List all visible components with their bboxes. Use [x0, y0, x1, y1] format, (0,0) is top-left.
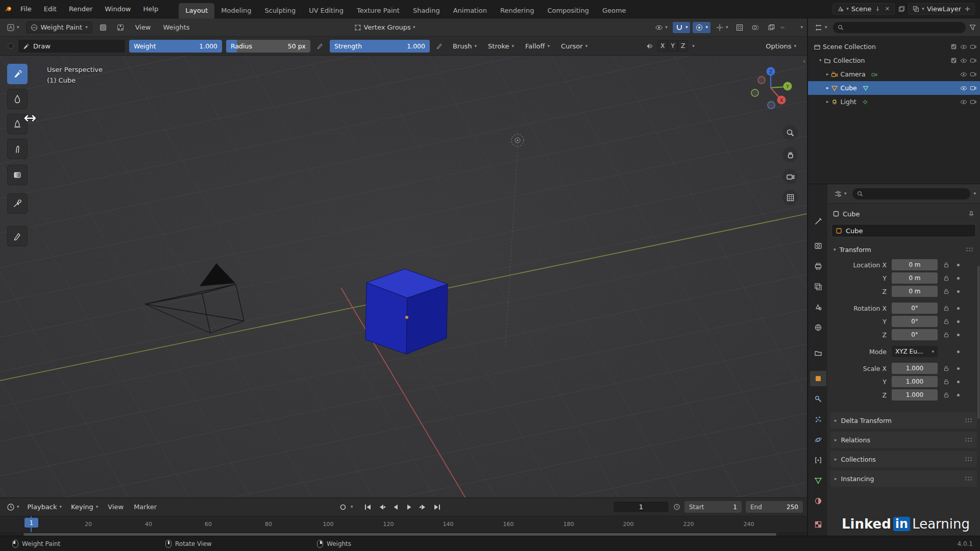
animate-dot[interactable] [957, 307, 960, 310]
shading-dropdown-icon[interactable]: ▾ [800, 25, 803, 30]
new-scene-icon[interactable] [898, 6, 905, 13]
properties-scrollbar[interactable] [977, 266, 979, 419]
transform-panel-header[interactable]: ▾ Transform [830, 242, 977, 257]
workspace-tab-sculpting[interactable]: Sculpting [258, 3, 302, 18]
scale-x-field[interactable]: 1.000 [892, 363, 938, 374]
timeline-marker-menu[interactable]: Marker [130, 501, 161, 513]
lock-icon[interactable] [942, 288, 951, 294]
prev-keyframe-button[interactable] [376, 502, 388, 513]
rotation-y-field[interactable]: 0° [892, 316, 938, 327]
panel-relations[interactable]: ▸ Relations [830, 432, 977, 448]
current-frame-field[interactable]: 1 [613, 501, 669, 513]
play-button[interactable] [403, 502, 415, 513]
properties-search-input[interactable] [852, 188, 971, 199]
shading-rendered-button[interactable] [794, 27, 798, 29]
disclosure-icon[interactable]: ▸ [826, 72, 829, 77]
tab-render[interactable] [810, 238, 826, 254]
panel-grip[interactable] [965, 437, 973, 442]
pan-button[interactable] [782, 147, 798, 162]
outliner-row-scene-collection[interactable]: Scene Collection [808, 40, 980, 54]
object-name-field[interactable]: Cube [831, 224, 976, 237]
radius-pressure-button[interactable] [314, 40, 326, 52]
strength-pressure-button[interactable] [434, 40, 445, 52]
eye-icon[interactable] [960, 43, 967, 51]
render-visibility-icon[interactable] [969, 70, 977, 78]
outliner-row-light[interactable]: ▸ Light [808, 95, 980, 109]
playback-menu[interactable]: Playback▾ [24, 501, 66, 513]
viewport-3d[interactable]: User Perspective (1) Cube [0, 56, 807, 497]
workspace-tab-geometry-nodes[interactable]: Geome [596, 3, 633, 18]
workspace-tab-layout[interactable]: Layout [179, 3, 214, 18]
vertex-groups-selector[interactable]: Vertex Groups ▾ [351, 22, 418, 33]
strength-slider[interactable]: Strength 1.000 [330, 40, 430, 53]
tool-blur-button[interactable] [7, 89, 28, 109]
paint-mask-face-toggle[interactable] [96, 22, 110, 33]
rotation-x-field[interactable]: 0° [892, 303, 938, 314]
tab-modifiers[interactable] [810, 391, 826, 407]
animate-dot[interactable] [957, 334, 960, 336]
lock-icon[interactable] [942, 365, 951, 371]
outliner-search-input[interactable] [833, 22, 966, 33]
scale-z-field[interactable]: 1.000 [892, 389, 938, 400]
panel-grip[interactable] [965, 457, 973, 462]
blender-logo-icon[interactable] [5, 6, 12, 13]
menu-weights[interactable]: Weights [159, 21, 194, 33]
lock-icon[interactable] [942, 379, 951, 385]
navigation-gizmo[interactable]: Z Y X [748, 65, 794, 111]
tab-output[interactable] [810, 259, 826, 274]
panel-grip[interactable] [966, 247, 974, 252]
tab-object-data[interactable] [810, 473, 826, 488]
eye-icon[interactable] [960, 84, 967, 92]
tab-texture[interactable] [810, 517, 826, 532]
eye-icon[interactable] [960, 98, 967, 106]
tool-smear-button[interactable] [7, 139, 28, 159]
tab-world[interactable] [810, 320, 826, 335]
panel-grip[interactable] [965, 418, 973, 423]
panel-grip[interactable] [965, 476, 973, 481]
new-view-layer-icon[interactable] [964, 6, 971, 13]
workspace-tab-rendering[interactable]: Rendering [494, 3, 541, 18]
lock-icon[interactable] [942, 275, 951, 281]
shading-solid-button[interactable] [780, 27, 785, 29]
pin-id-icon[interactable] [968, 210, 975, 217]
location-z-field[interactable]: 0 m [892, 286, 938, 297]
next-keyframe-button[interactable] [417, 502, 429, 513]
scale-y-field[interactable]: 1.000 [892, 376, 938, 387]
tab-tool[interactable] [810, 214, 826, 229]
filter-icon[interactable] [969, 24, 976, 31]
render-visibility-icon[interactable] [969, 43, 977, 51]
jump-to-end-button[interactable] [431, 502, 443, 513]
panel-instancing[interactable]: ▸ Instancing [830, 470, 977, 487]
menu-render[interactable]: Render [63, 3, 99, 15]
show-overlays-toggle[interactable] [749, 22, 762, 33]
xray-toggle[interactable] [765, 22, 778, 33]
workspace-tab-animation[interactable]: Animation [447, 3, 494, 18]
render-visibility-icon[interactable] [969, 84, 977, 92]
panel-delta-transform[interactable]: ▸ Delta Transform [830, 412, 977, 429]
tool-gradient-button[interactable] [7, 165, 28, 185]
animate-dot[interactable] [957, 367, 960, 370]
outliner-row-collection[interactable]: ▾ Collection [808, 54, 980, 67]
lock-icon[interactable] [942, 262, 951, 268]
animate-dot[interactable] [957, 320, 960, 323]
zoom-button[interactable] [782, 125, 798, 140]
outliner-editor-type-button[interactable]: ▾ [812, 22, 830, 33]
lock-icon[interactable] [942, 318, 951, 324]
record-button[interactable] [337, 502, 349, 513]
mirror-x-button[interactable]: X [657, 40, 668, 52]
animate-dot[interactable] [957, 350, 960, 353]
workspace-tab-uv-editing[interactable]: UV Editing [302, 3, 350, 18]
outliner-row-camera[interactable]: ▸ Camera [808, 67, 980, 81]
disclosure-icon[interactable]: ▸ [826, 86, 829, 90]
weight-slider[interactable]: Weight 1.000 [129, 40, 222, 53]
sidebar-collapse-icon[interactable]: ‹ [803, 58, 805, 65]
animate-dot[interactable] [957, 394, 960, 396]
preview-range-clock-icon[interactable] [673, 504, 680, 511]
snap-dropdown[interactable]: ▾ [673, 22, 691, 33]
object-visibility-dropdown[interactable]: ▾ [652, 22, 670, 33]
render-visibility-icon[interactable] [969, 98, 977, 106]
scene-selector[interactable]: ▾ Scene ✕ [832, 3, 895, 15]
play-reverse-button[interactable] [389, 502, 402, 513]
unlink-icon[interactable]: ✕ [884, 6, 891, 13]
tab-object[interactable] [810, 371, 826, 386]
